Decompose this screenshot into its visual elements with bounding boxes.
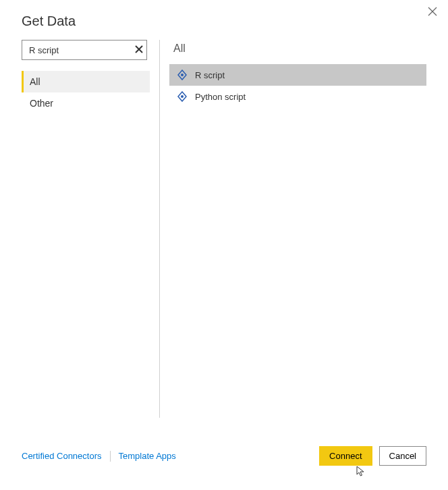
connector-r-script[interactable]: R script [169, 64, 426, 86]
connector-label: R script [195, 70, 225, 80]
script-icon [176, 69, 188, 81]
certified-connectors-link[interactable]: Certified Connectors [22, 451, 102, 461]
connector-list: R script Python script [169, 64, 426, 107]
connect-button[interactable]: Connect [319, 446, 372, 466]
svg-point-5 [181, 74, 184, 76]
connector-python-script[interactable]: Python script [169, 86, 426, 107]
svg-point-7 [181, 95, 184, 98]
cancel-button[interactable]: Cancel [379, 446, 426, 466]
search-input[interactable] [22, 40, 147, 60]
close-icon[interactable] [428, 5, 437, 20]
page-title: Get Data [22, 13, 426, 29]
connector-list-header: All [169, 40, 426, 64]
footer-separator [110, 451, 111, 462]
category-all[interactable]: All [22, 71, 150, 92]
panel-divider [159, 40, 160, 418]
script-icon [176, 90, 188, 103]
category-list: All Other [22, 71, 150, 114]
category-other[interactable]: Other [22, 92, 150, 114]
connector-label: Python script [195, 92, 246, 102]
template-apps-link[interactable]: Template Apps [119, 451, 176, 461]
clear-search-icon[interactable] [135, 45, 143, 55]
